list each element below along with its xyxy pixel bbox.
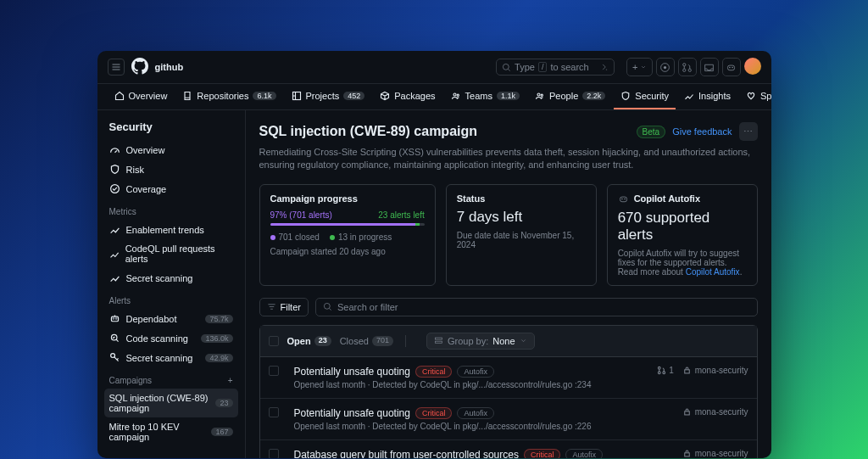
sidebar-item-mitre-top-10-kev-campaign[interactable]: Mitre top 10 KEV campaign167 bbox=[104, 417, 238, 446]
svg-point-7 bbox=[729, 66, 731, 68]
select-all-checkbox[interactable] bbox=[269, 336, 279, 346]
shield-icon bbox=[620, 91, 631, 101]
open-toggle[interactable]: Open23 bbox=[287, 336, 331, 346]
avatar[interactable] bbox=[744, 58, 761, 75]
alert-meta: Opened last month · Detected by CodeQL i… bbox=[294, 380, 649, 389]
home-icon bbox=[114, 91, 125, 101]
svg-point-18 bbox=[115, 318, 117, 320]
progress-bar bbox=[270, 223, 425, 226]
svg-point-3 bbox=[683, 63, 686, 65]
lock-icon bbox=[682, 449, 692, 458]
codescan-icon bbox=[109, 333, 120, 344]
shield-icon bbox=[109, 164, 120, 175]
filter-button[interactable]: Filter bbox=[259, 298, 309, 316]
sidebar-item-overview[interactable]: Overview bbox=[104, 140, 238, 160]
more-actions-button[interactable]: ⋯ bbox=[739, 122, 758, 141]
autofix-sub: Copilot Autofix will try to suggest fixe… bbox=[618, 249, 747, 277]
alert-checkbox[interactable] bbox=[269, 407, 279, 417]
sidebar-item-secret-scanning[interactable]: Secret scanning42.9k bbox=[104, 348, 238, 367]
copilot-autofix-link[interactable]: Copilot Autofix bbox=[686, 267, 740, 277]
meter-icon bbox=[109, 144, 120, 155]
chevron-down-icon bbox=[520, 337, 527, 344]
sidebar-item-risk[interactable]: Risk bbox=[104, 160, 238, 179]
tab-teams[interactable]: Teams1.1k bbox=[444, 84, 526, 109]
alert-checkbox[interactable] bbox=[269, 449, 279, 458]
pull-requests-button[interactable] bbox=[678, 58, 697, 76]
tab-sponsoring[interactable]: Sponsoring bbox=[739, 84, 771, 109]
tab-insights[interactable]: Insights bbox=[677, 84, 737, 109]
closed-campaigns-item[interactable]: Closed campaigns 7 bbox=[104, 453, 238, 458]
linked-pr[interactable]: 1 bbox=[657, 366, 674, 375]
copilot-button[interactable] bbox=[722, 58, 741, 76]
give-feedback-link[interactable]: Give feedback bbox=[672, 126, 732, 137]
sidebar-title: Security bbox=[104, 120, 238, 133]
search-placeholder: Type bbox=[515, 62, 535, 72]
alert-checkbox[interactable] bbox=[269, 366, 279, 376]
severity-badge: Critical bbox=[415, 366, 453, 378]
sidebar-item-codeql-pull-requests-alerts[interactable]: CodeQL pull requests alerts bbox=[104, 239, 238, 268]
top-actions: + bbox=[626, 58, 760, 76]
lock-icon bbox=[682, 366, 692, 375]
progress-title: Campaign progress bbox=[270, 193, 425, 204]
create-new-button[interactable]: + bbox=[626, 58, 652, 76]
alerts-left: 23 alerts left bbox=[378, 210, 424, 220]
menu-button[interactable] bbox=[108, 59, 125, 76]
notifications-button[interactable] bbox=[700, 58, 719, 76]
svg-point-0 bbox=[503, 64, 509, 70]
tab-security[interactable]: Security bbox=[614, 84, 676, 109]
sidebar-item-sql-injection-(cwe-89)-campaign[interactable]: SQL injection (CWE-89) campaign23 bbox=[104, 389, 238, 417]
alert-title: Database query built from user-controlle… bbox=[294, 449, 519, 458]
group-by-button[interactable]: Group by: None bbox=[426, 333, 535, 350]
org-name[interactable]: github bbox=[155, 62, 184, 72]
alert-row[interactable]: Database query built from user-controlle… bbox=[260, 440, 757, 458]
status-value: 7 days left bbox=[457, 209, 586, 226]
inbox-icon bbox=[704, 62, 715, 73]
svg-rect-22 bbox=[620, 197, 626, 202]
security-sidebar: Security OverviewRiskCoverage Metrics En… bbox=[97, 110, 246, 458]
copilot-icon bbox=[726, 62, 737, 73]
add-campaign-button[interactable]: + bbox=[228, 376, 233, 385]
rows-icon bbox=[434, 336, 443, 345]
svg-point-13 bbox=[541, 94, 542, 96]
alert-meta: Opened last month · Detected by CodeQL i… bbox=[294, 422, 674, 431]
sidebar-item-coverage[interactable]: Coverage bbox=[104, 179, 238, 199]
filter-search-input[interactable]: Search or filter bbox=[315, 298, 758, 316]
github-logo-icon[interactable] bbox=[131, 58, 148, 76]
autofix-title: Copilot Autofix bbox=[618, 193, 747, 204]
autofix-value: 670 supported alerts bbox=[618, 210, 747, 243]
legend-closed: 701 closed bbox=[270, 232, 320, 242]
svg-point-11 bbox=[457, 94, 459, 96]
svg-rect-33 bbox=[684, 370, 689, 373]
slash-key-icon: / bbox=[538, 62, 548, 72]
sidebar-item-secret-scanning[interactable]: Secret scanning bbox=[104, 268, 238, 288]
sidebar-item-dependabot[interactable]: Dependabot75.7k bbox=[104, 309, 238, 328]
sidebar-item-enablement-trends[interactable]: Enablement trends bbox=[104, 220, 238, 239]
svg-point-12 bbox=[537, 93, 540, 96]
tab-overview[interactable]: Overview bbox=[108, 84, 175, 109]
alert-row[interactable]: Potentially unsafe quoting Critical Auto… bbox=[260, 399, 757, 440]
svg-rect-6 bbox=[727, 65, 734, 70]
svg-point-2 bbox=[664, 65, 666, 68]
sidebar-alerts-header: Alerts bbox=[104, 288, 238, 309]
global-search[interactable]: Type / to search bbox=[496, 59, 615, 76]
alert-row[interactable]: Potentially unsafe quoting Critical Auto… bbox=[260, 357, 757, 399]
closed-toggle[interactable]: Closed701 bbox=[340, 336, 393, 346]
severity-badge: Critical bbox=[415, 407, 453, 419]
campaign-started: Campaign started 20 days ago bbox=[270, 247, 425, 256]
pr-icon bbox=[682, 62, 693, 73]
sidebar-metrics-header: Metrics bbox=[104, 199, 238, 220]
project-icon bbox=[292, 91, 302, 101]
legend-inprogress: 13 in progress bbox=[330, 232, 392, 242]
people-icon bbox=[535, 91, 545, 101]
page-subtitle: Remediating Cross-Site Scripting (XSS) v… bbox=[259, 146, 758, 172]
tab-packages[interactable]: Packages bbox=[373, 84, 442, 109]
issues-button[interactable] bbox=[656, 58, 675, 76]
autofix-badge: Autofix bbox=[457, 407, 494, 419]
tab-projects[interactable]: Projects452 bbox=[285, 84, 372, 109]
copilot-icon bbox=[618, 193, 629, 204]
sidebar-item-code-scanning[interactable]: Code scanning136.0k bbox=[104, 328, 238, 348]
page-title: SQL injection (CWE-89) campaign bbox=[259, 124, 478, 139]
tab-repositories[interactable]: Repositories6.1k bbox=[175, 84, 282, 109]
tab-people[interactable]: People2.2k bbox=[528, 84, 612, 109]
svg-point-31 bbox=[659, 372, 661, 374]
